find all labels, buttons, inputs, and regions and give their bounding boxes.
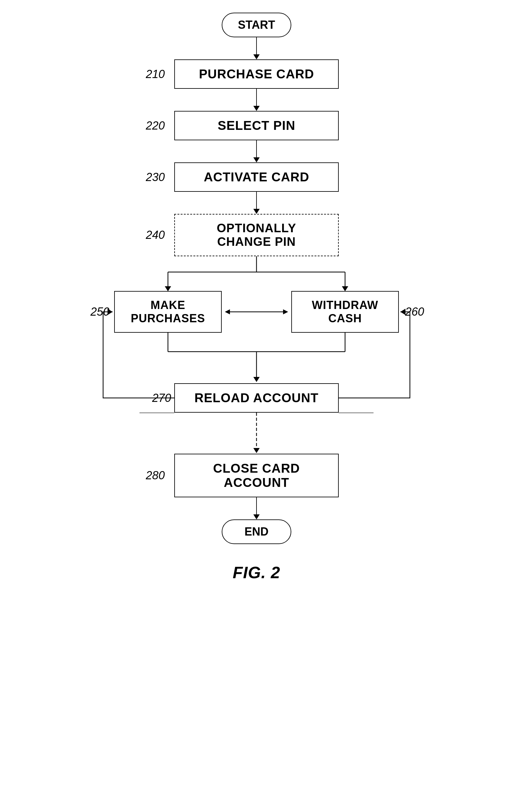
converge-section [114,333,399,383]
start-terminal-wrapper: START [222,12,291,37]
process-280: CLOSE CARDACCOUNT [174,454,339,497]
svg-marker-5 [342,286,348,291]
arrow-220-to-230 [253,140,260,163]
svg-marker-3 [165,286,171,291]
process-210: PURCHASE CARD [174,59,339,89]
process-260: WITHDRAW CASH [291,291,399,333]
step-260-container: 260 WITHDRAW CASH [291,291,399,333]
ref-260: 260 [405,305,424,318]
end-terminal-wrapper: END [222,519,291,544]
svg-marker-8 [283,309,288,314]
process-240: OPTIONALLYCHANGE PIN [174,214,339,256]
parallel-boxes-row: 250 MAKE PURCHASES 260 WITHDRAW CASH [114,291,399,333]
ref-240: 240 [146,228,165,242]
process-220: SELECT PIN [174,111,339,140]
ref-250: 250 [90,305,109,318]
flowchart: START 210 PURCHASE CARD 220 SELECT PIN 2… [98,12,415,582]
split-section [114,256,399,291]
ref-230: 230 [146,171,165,184]
step-270-wrapper: 270 RELOAD ACCOUNT [114,383,399,413]
ref-270: 270 [152,392,171,405]
process-230: ACTIVATE CARD [174,163,339,192]
arrow-280-to-end [253,497,260,519]
horiz-arrow-container [222,306,291,318]
step-210-wrapper: 210 PURCHASE CARD [174,59,339,89]
arrow-210-to-220 [253,89,260,111]
figure-label: FIG. 2 [233,563,280,582]
svg-marker-14 [253,377,260,382]
process-250: MAKE PURCHASES [114,291,222,333]
arrow-230-to-240 [253,192,260,214]
step-240-wrapper: 240 OPTIONALLYCHANGE PIN [174,214,339,256]
step-250-container: 250 MAKE PURCHASES [114,291,222,333]
step-280-wrapper: 280 CLOSE CARDACCOUNT [174,454,339,497]
reload-arrows-svg [114,413,399,454]
process-270: RELOAD ACCOUNT [174,383,339,413]
ref-210: 210 [146,68,165,81]
reload-arrows-section [114,413,399,454]
arrow-start-to-210 [253,37,260,59]
step-220-wrapper: 220 SELECT PIN [174,111,339,140]
ref-280: 280 [146,469,165,482]
svg-marker-6 [225,309,230,314]
step-230-wrapper: 230 ACTIVATE CARD [174,163,339,192]
converge-arrows-svg [114,333,399,383]
split-arrows-svg [114,256,399,291]
end-terminal: END [222,519,291,544]
start-terminal: START [222,12,291,37]
horiz-dbl-arrow-svg [222,306,291,318]
svg-marker-20 [253,448,260,453]
ref-220: 220 [146,119,165,133]
